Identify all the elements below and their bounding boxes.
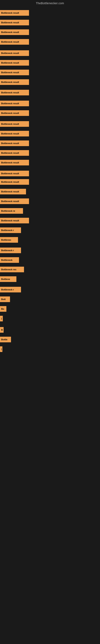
bar-item: Bottleneck result [0, 150, 29, 156]
bar-label: Bottleneck result [0, 189, 26, 194]
bar-item: Bottleneck res [0, 266, 24, 273]
bar-label: Bottleneck r [0, 287, 21, 292]
header: TheBottlenecker.com [0, 0, 100, 6]
bar-item: Bottleneck result [0, 110, 29, 116]
bar-label: Bottleneck result [0, 131, 29, 136]
bar-label: B [0, 327, 3, 333]
bar-label: Bottleneck result [0, 218, 29, 224]
bar-label: Bottlenec [0, 237, 18, 243]
bar-item: Bottleneck result [0, 160, 29, 166]
bar-item: Bottlenec [0, 237, 18, 243]
bar-label: Bottleneck result [0, 90, 29, 96]
bar-item: Bottleneck result [0, 198, 29, 204]
bar-label: Bottleneck result [0, 198, 29, 204]
bar-item: Bottleneck result [0, 89, 29, 96]
bar-label: Bottleneck result [0, 10, 29, 16]
bar-label: Bottleneck result [0, 79, 29, 85]
bar-item: Bottleneck result [0, 39, 29, 45]
bar-item: Bottleneck result [0, 10, 29, 16]
bar-label: Bott [0, 296, 10, 302]
bar-item: Bottleneck re [0, 208, 23, 214]
bar-item: B [0, 327, 3, 333]
bar-item: Bottleneck result [0, 79, 29, 85]
bar-label: | [0, 316, 3, 322]
bar-label: Bottleneck res [0, 267, 24, 272]
bar-label: Bottleneck r [0, 248, 21, 253]
bar-item: Bottleneck result [0, 130, 29, 137]
bar-label: Bottleneck result [0, 110, 29, 116]
chart-area: Bottleneck resultBottleneck resultBottle… [0, 6, 100, 640]
bar-label: Bottleneck result [0, 150, 29, 156]
bar-label: Bottleneck result [0, 171, 29, 176]
bar-item: Bottleneck [0, 257, 19, 263]
bar-item: Bottleneck r [0, 286, 21, 293]
bar-label: Bottle [0, 337, 11, 342]
bar-item: Bottleneck result [0, 217, 29, 224]
bar-label: Bottleneck result [0, 20, 29, 25]
bar-item: Bott [0, 296, 10, 302]
bar-label: Bottleneck result [0, 160, 29, 166]
bar-item: Bottleneck r [0, 247, 21, 254]
bar-label: Bottleneck result [0, 179, 29, 185]
bar-item: Bottleneck result [0, 69, 29, 76]
bar-item: Bottleneck result [0, 29, 29, 36]
bar-item: Bo [0, 306, 6, 312]
bar-label: Bottlene [0, 276, 16, 282]
bar-item: | [0, 315, 3, 322]
bar-label: Bottleneck result [0, 70, 29, 75]
bar-label: Bottleneck re [0, 208, 23, 214]
bar-label: Bottleneck result [0, 121, 29, 127]
bar-label: Bottleneck result [0, 39, 29, 45]
bar-label: Bottleneck result [0, 60, 29, 66]
bar-item: Bottleneck result [0, 60, 29, 66]
bar-label: | [0, 346, 2, 352]
bar-label: Bottleneck result [0, 140, 29, 146]
bar-label: Bottleneck [0, 257, 19, 263]
bar-label: Bo [0, 306, 6, 312]
bar-item: Bottleneck r [0, 227, 21, 234]
bar-item: Bottleneck result [0, 121, 29, 127]
bar-item: Bottleneck result [0, 19, 29, 26]
bar-item: Bottleneck result [0, 140, 29, 146]
site-title: TheBottlenecker.com [0, 0, 100, 6]
bar-label: Bottleneck result [0, 30, 29, 35]
bar-item: Bottleneck result [0, 170, 29, 177]
bar-item: Bottlene [0, 276, 16, 282]
bar-item: Bottle [0, 336, 11, 343]
bar-item: Bottleneck result [0, 188, 26, 195]
bar-item: Bottleneck result [0, 179, 29, 185]
bar-item: | [0, 346, 2, 352]
bar-label: Bottleneck r [0, 228, 21, 233]
bar-item: Bottleneck result [0, 100, 29, 107]
bar-label: Bottleneck result [0, 50, 29, 56]
bar-item: Bottleneck result [0, 50, 29, 56]
bar-label: Bottleneck result [0, 100, 29, 106]
